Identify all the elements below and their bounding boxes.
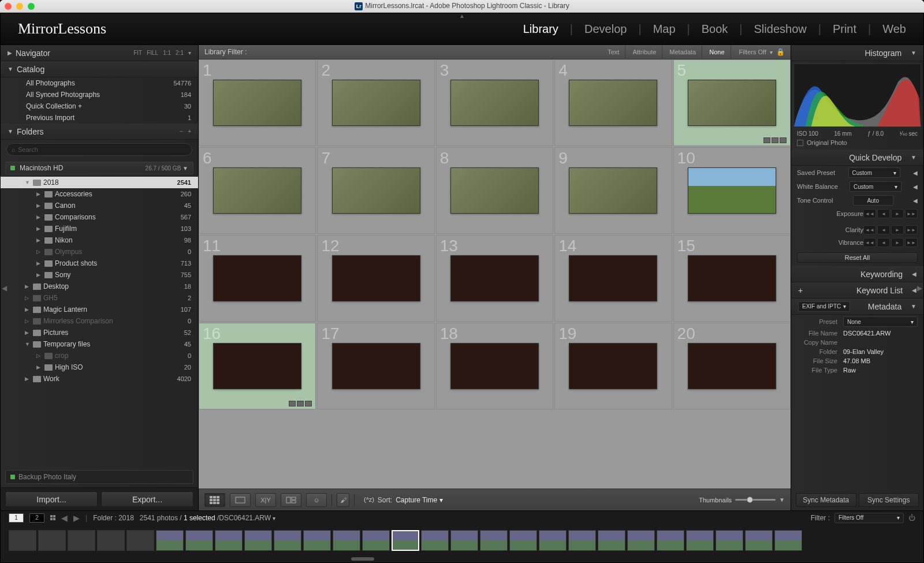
- filmstrip-thumb[interactable]: [686, 530, 714, 551]
- backup-row[interactable]: Backup Photo Italy: [5, 470, 193, 484]
- grid-cell[interactable]: 20: [673, 323, 791, 409]
- catalog-item[interactable]: Previous Import1: [1, 112, 198, 124]
- module-web[interactable]: Web: [882, 23, 906, 36]
- add-keyword-icon[interactable]: +: [798, 286, 803, 295]
- sort-dropdown[interactable]: Capture Time ▾: [396, 496, 442, 504]
- add-folder-icon[interactable]: +: [188, 128, 191, 135]
- filmstrip-thumb[interactable]: [745, 530, 773, 551]
- nav-zoom-dropdown[interactable]: ▾: [188, 50, 191, 56]
- folders-panel-header[interactable]: ▼Folders −+: [1, 124, 198, 140]
- export-button[interactable]: Export...: [101, 491, 193, 507]
- section-collapse-icon[interactable]: ◀: [913, 197, 918, 204]
- status-folder[interactable]: Folder : 2018: [93, 514, 134, 522]
- filmstrip-thumb[interactable]: [9, 530, 36, 551]
- module-print[interactable]: Print: [833, 23, 856, 36]
- grid-cell[interactable]: 18: [436, 323, 553, 409]
- filmstrip-thumb[interactable]: [392, 530, 419, 551]
- filmstrip-thumb[interactable]: [68, 530, 95, 551]
- catalog-item[interactable]: Quick Collection +30: [1, 100, 198, 112]
- secondary-monitor-button[interactable]: 2: [29, 513, 44, 523]
- folder-row[interactable]: ▶Sony755: [1, 269, 198, 281]
- filmstrip-filter-switch-icon[interactable]: ⏻: [908, 514, 915, 522]
- folder-row[interactable]: ▶Pictures52: [1, 327, 198, 338]
- compare-view-button[interactable]: X|Y: [255, 493, 276, 507]
- filmstrip-thumb[interactable]: [362, 530, 390, 551]
- folder-row[interactable]: ▶High ISO20: [1, 361, 198, 373]
- folder-row[interactable]: ▷Mirrorless Comparison0: [1, 315, 198, 327]
- thumbnail-size-slider[interactable]: [735, 499, 776, 501]
- grid-cell[interactable]: 8: [436, 147, 553, 234]
- grid-cell[interactable]: 12: [317, 235, 434, 322]
- nav-mode-fill[interactable]: FILL: [147, 50, 158, 56]
- grid-view-button[interactable]: [204, 493, 225, 507]
- filmstrip[interactable]: [1, 524, 923, 557]
- remove-folder-icon[interactable]: −: [180, 128, 183, 135]
- section-collapse-icon[interactable]: ◀: [913, 170, 918, 176]
- grid-cell[interactable]: 16: [199, 323, 316, 409]
- filmstrip-thumb[interactable]: [716, 530, 743, 551]
- filmstrip-thumb[interactable]: [539, 530, 567, 551]
- import-button[interactable]: Import...: [5, 491, 98, 507]
- module-book[interactable]: Book: [702, 23, 728, 36]
- filmstrip-thumb[interactable]: [156, 530, 184, 551]
- filmstrip-thumb[interactable]: [421, 530, 449, 551]
- keyword-list-panel-header[interactable]: + Keyword List ◀: [791, 282, 923, 299]
- collapse-right-arrow-icon[interactable]: ▶: [917, 284, 922, 292]
- filmstrip-thumb[interactable]: [185, 530, 213, 551]
- sync-settings-button[interactable]: Sync Settings: [859, 493, 919, 507]
- grid-view-icon[interactable]: [50, 515, 55, 520]
- folder-row[interactable]: ▷Olympus0: [1, 246, 198, 258]
- disclosure-triangle-icon[interactable]: ▼: [8, 128, 13, 135]
- catalog-item[interactable]: All Photographs54776: [1, 77, 198, 89]
- metadata-panel-header[interactable]: EXIF and IPTC▾ Metadata ▼: [791, 299, 923, 315]
- filmstrip-thumb[interactable]: [598, 530, 625, 551]
- filmstrip-filter-dropdown[interactable]: Filters Off▾: [834, 513, 904, 523]
- filmstrip-thumb[interactable]: [480, 530, 508, 551]
- folder-row[interactable]: ▶Nikon98: [1, 234, 198, 246]
- painter-tool-button[interactable]: 🖌: [337, 493, 349, 507]
- thumbnail-grid[interactable]: 1234567891011121314151617181920: [199, 59, 791, 489]
- vibrance-adjust-buttons[interactable]: ◄◄◄►►►: [863, 238, 918, 247]
- filter-tab-none[interactable]: None: [703, 46, 731, 58]
- folder-row[interactable]: ▶Product shots713: [1, 258, 198, 269]
- grid-cell[interactable]: 7: [317, 147, 434, 234]
- folder-row[interactable]: ▷GH52: [1, 292, 198, 304]
- filter-tab-text[interactable]: Text: [602, 46, 625, 58]
- disclosure-triangle-icon[interactable]: ▼: [8, 66, 13, 72]
- grid-cell[interactable]: 10: [673, 147, 791, 234]
- loupe-view-button[interactable]: [230, 493, 251, 507]
- grid-cell[interactable]: 11: [199, 235, 316, 322]
- nav-mode-21[interactable]: 2:1: [176, 50, 184, 56]
- filmstrip-thumb[interactable]: [774, 530, 802, 551]
- saved-preset-dropdown[interactable]: Custom▾: [848, 167, 900, 178]
- disclosure-triangle-icon[interactable]: ▶: [8, 50, 12, 56]
- folder-row[interactable]: ▶Work4020: [1, 373, 198, 385]
- checkbox-icon[interactable]: [797, 140, 803, 146]
- filmstrip-thumb[interactable]: [244, 530, 272, 551]
- nav-mode-fit[interactable]: FIT: [133, 50, 142, 56]
- grid-cell[interactable]: 9: [554, 147, 672, 234]
- folder-search-input[interactable]: ⌕Search: [6, 143, 192, 156]
- quick-develop-panel-header[interactable]: Quick Develop ▼: [791, 150, 923, 166]
- primary-monitor-button[interactable]: 1: [9, 513, 24, 523]
- filmstrip-thumb[interactable]: [215, 530, 243, 551]
- grid-cell[interactable]: 13: [436, 235, 553, 322]
- grid-cell[interactable]: 5: [673, 59, 791, 146]
- folder-row[interactable]: ▶Desktop18: [1, 281, 198, 292]
- clarity-adjust-buttons[interactable]: ◄◄◄►►►: [863, 225, 918, 234]
- navigator-panel-header[interactable]: ▶Navigator FITFILL1:12:1▾: [1, 45, 198, 61]
- filter-lock-icon[interactable]: 🔒: [776, 48, 785, 56]
- grid-cell[interactable]: 17: [317, 323, 434, 409]
- survey-view-button[interactable]: [281, 493, 301, 507]
- folder-row[interactable]: ▷crop0: [1, 350, 198, 361]
- grid-cell[interactable]: 6: [199, 147, 316, 234]
- filmstrip-thumb[interactable]: [333, 530, 360, 551]
- filmstrip-thumb[interactable]: [126, 530, 154, 551]
- grid-cell[interactable]: 4: [554, 59, 672, 146]
- nav-mode-11[interactable]: 1:1: [163, 50, 171, 56]
- filter-tab-metadata[interactable]: Metadata: [664, 46, 702, 58]
- filmstrip-scrollbar[interactable]: [1, 557, 923, 562]
- grid-cell[interactable]: 14: [554, 235, 672, 322]
- sort-direction-button[interactable]: (ᴬz): [364, 496, 374, 504]
- folder-row[interactable]: ▼Temporary files45: [1, 338, 198, 350]
